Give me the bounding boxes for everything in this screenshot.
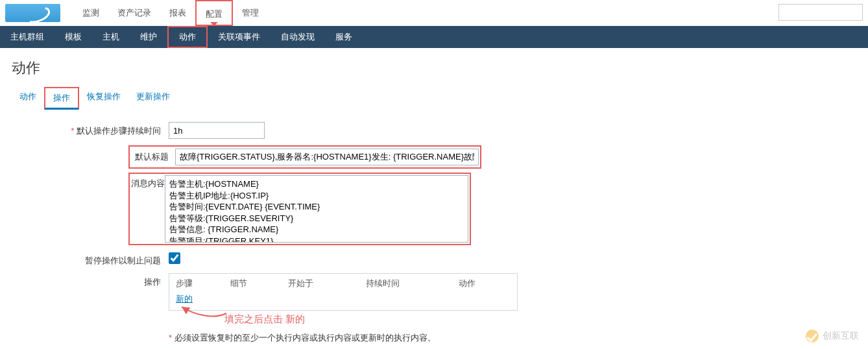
input-message[interactable] xyxy=(165,175,468,243)
watermark-text: 创新互联 xyxy=(823,330,859,342)
label-subject: 默认标题 xyxy=(131,148,175,166)
input-duration[interactable] xyxy=(169,122,265,139)
search-input[interactable] xyxy=(778,4,863,21)
nav-report[interactable]: 报表 xyxy=(160,0,195,26)
sub-nav: 主机群组 模板 主机 维护 动作 关联项事件 自动发现 服务 xyxy=(0,26,868,48)
link-new-operation[interactable]: 新的 xyxy=(169,293,199,310)
nav-monitor[interactable]: 监测 xyxy=(73,0,108,26)
nav-config[interactable]: 配置 xyxy=(195,0,233,26)
highlight-subject-row: 默认标题 xyxy=(128,145,481,169)
label-ops: 操作 xyxy=(0,273,169,288)
subnav-actions[interactable]: 动作 xyxy=(167,26,208,48)
highlight-message-row: 消息内容 xyxy=(128,173,471,245)
form-tabs: 动作 操作 恢复操作 更新操作 xyxy=(0,87,868,110)
subnav-maintenance[interactable]: 维护 xyxy=(130,26,167,48)
label-pause: 暂停操作以制止问题 xyxy=(0,252,169,267)
page-title: 动作 xyxy=(0,48,868,87)
subnav-hostgroups[interactable]: 主机群组 xyxy=(0,26,54,48)
col-start: 开始于 xyxy=(282,274,359,293)
checkbox-pause[interactable] xyxy=(169,252,180,264)
nav-inventory[interactable]: 资产记录 xyxy=(108,0,160,26)
tab-recovery[interactable]: 恢复操作 xyxy=(79,87,128,110)
subnav-hosts[interactable]: 主机 xyxy=(92,26,130,48)
nav-admin[interactable]: 管理 xyxy=(233,0,268,26)
label-message: 消息内容 xyxy=(131,175,165,189)
label-duration: 默认操作步骤持续时间 xyxy=(0,122,169,137)
subnav-services[interactable]: 服务 xyxy=(325,26,363,48)
subnav-templates[interactable]: 模板 xyxy=(54,26,92,48)
annotation-text: 填完之后点击 新的 xyxy=(224,313,518,326)
watermark: 创新互联 xyxy=(806,330,859,343)
ops-header: 步骤 细节 开始于 持续时间 动作 xyxy=(169,274,517,293)
logo xyxy=(5,4,60,22)
col-step: 步骤 xyxy=(169,274,224,293)
form: 默认操作步骤持续时间 默认标题 消息内容 暂停操作以制止问题 操作 xyxy=(0,110,868,349)
watermark-icon xyxy=(806,330,819,343)
ops-table: 步骤 细节 开始于 持续时间 动作 新的 xyxy=(169,273,518,311)
tab-update[interactable]: 更新操作 xyxy=(128,87,178,110)
input-subject[interactable] xyxy=(175,149,479,165)
subnav-discovery[interactable]: 自动发现 xyxy=(271,26,325,48)
top-nav: 监测 资产记录 报表 配置 管理 xyxy=(0,0,868,26)
tab-action[interactable]: 动作 xyxy=(12,87,44,110)
col-detail: 细节 xyxy=(224,274,282,293)
required-note: 必须设置恢复时的至少一个执行内容或执行内容或更新时的执行内容。 xyxy=(175,333,436,343)
col-action: 动作 xyxy=(452,274,517,293)
col-duration: 持续时间 xyxy=(359,274,452,293)
tab-operations[interactable]: 操作 xyxy=(44,87,79,110)
